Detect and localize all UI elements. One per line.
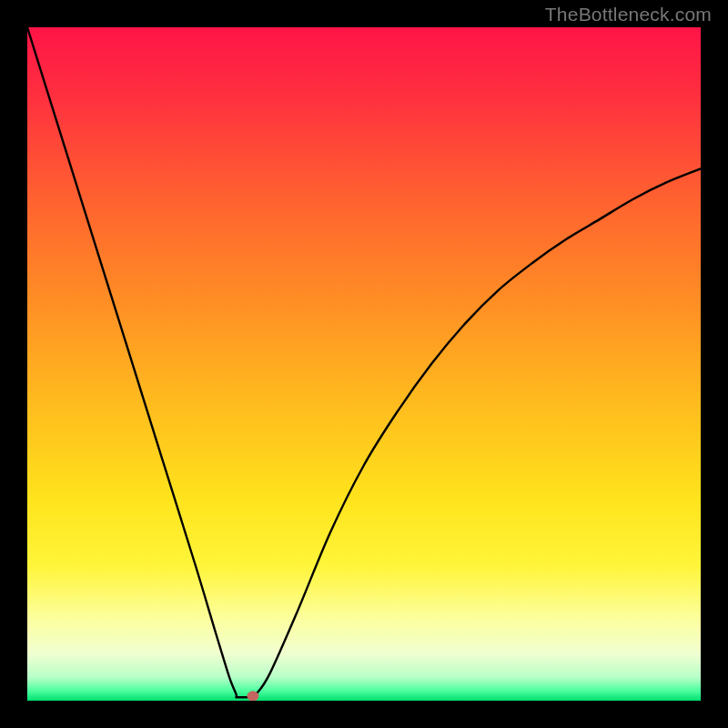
- gradient-background: [27, 27, 701, 701]
- plot-svg: [27, 27, 701, 701]
- watermark-text: TheBottleneck.com: [545, 4, 712, 25]
- plot-area: [27, 27, 701, 701]
- marker-dot: [247, 691, 258, 701]
- chart-stage: TheBottleneck.com: [0, 0, 728, 728]
